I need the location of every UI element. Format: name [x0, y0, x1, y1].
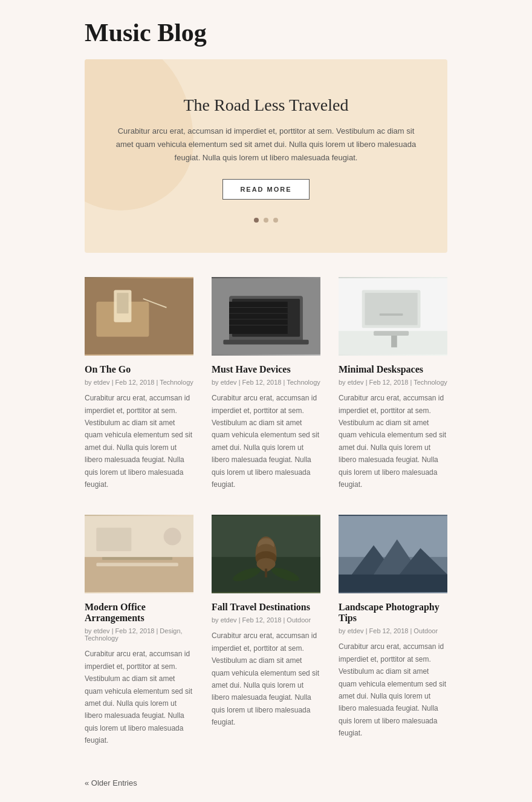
- blog-card-fall-travel: Fall Travel Destinations by etdev | Feb …: [212, 515, 320, 746]
- svg-rect-43: [339, 575, 447, 592]
- svg-rect-2: [114, 290, 131, 322]
- blog-card-must-have-devices: Must Have Devices by etdev | Feb 12, 201…: [212, 277, 320, 491]
- svg-rect-8: [223, 340, 308, 345]
- svg-rect-20: [380, 313, 403, 316]
- blog-card-on-the-go: On The Go by etdev | Feb 12, 2018 | Tech…: [85, 277, 193, 491]
- blog-card-landscape-photography: Landscape Photography Tips by etdev | Fe…: [339, 515, 447, 746]
- card-meta-must-have-devices: by etdev | Feb 12, 2018 | Technology: [212, 379, 320, 386]
- svg-rect-17: [365, 293, 418, 325]
- card-meta-landscape-photography: by etdev | Feb 12, 2018 | Outdoor: [339, 627, 447, 634]
- card-excerpt-modern-office: Curabitur arcu erat, accumsan id imperdi…: [85, 648, 193, 746]
- card-title-modern-office[interactable]: Modern Office Arrangements: [85, 602, 193, 624]
- card-image-must-have-devices: [212, 277, 320, 356]
- svg-rect-26: [96, 528, 131, 552]
- card-image-modern-office: [85, 515, 193, 593]
- svg-rect-0: [85, 278, 193, 354]
- card-image-on-the-go: [85, 277, 193, 356]
- site-title: Music Blog: [85, 18, 447, 47]
- card-meta-fall-travel: by etdev | Feb 12, 2018 | Outdoor: [212, 616, 320, 624]
- svg-rect-23: [96, 563, 178, 567]
- card-image-minimal-deskspaces: [339, 277, 447, 356]
- card-excerpt-landscape-photography: Curabitur arcu erat, accumsan id imperdi…: [339, 641, 447, 739]
- card-title-minimal-deskspaces[interactable]: Minimal Deskspaces: [339, 364, 447, 375]
- card-excerpt-fall-travel: Curabitur arcu erat, accumsan id imperdi…: [212, 630, 320, 728]
- hero-content: The Road Less Traveled Curabitur arcu er…: [115, 96, 417, 200]
- blog-grid-row1: On The Go by etdev | Feb 12, 2018 | Tech…: [85, 277, 447, 491]
- card-excerpt-on-the-go: Curabitur arcu erat, accumsan id imperdi…: [85, 392, 193, 491]
- svg-point-27: [164, 528, 181, 546]
- hero-dot-2[interactable]: [264, 218, 268, 223]
- hero-text: Curabitur arcu erat, accumsan id imperdi…: [115, 125, 417, 165]
- svg-rect-9: [229, 302, 288, 334]
- card-meta-on-the-go: by etdev | Feb 12, 2018 | Technology: [85, 379, 193, 386]
- hero-dot-3[interactable]: [273, 218, 278, 223]
- card-image-landscape-photography: [339, 515, 447, 593]
- svg-rect-19: [391, 336, 397, 347]
- blog-grid-row2: Modern Office Arrangements by etdev | Fe…: [85, 515, 447, 746]
- svg-rect-18: [374, 331, 409, 336]
- pagination: « Older Entries: [85, 771, 447, 802]
- hero-title: The Road Less Traveled: [115, 96, 417, 115]
- card-title-on-the-go[interactable]: On The Go: [85, 364, 193, 375]
- svg-rect-1: [96, 302, 149, 337]
- older-entries-link[interactable]: « Older Entries: [85, 778, 137, 787]
- card-meta-modern-office: by etdev | Feb 12, 2018 | Design, Techno…: [85, 627, 193, 642]
- site-header: Music Blog: [0, 0, 532, 59]
- svg-rect-3: [117, 293, 128, 314]
- hero-dot-1[interactable]: [254, 218, 259, 223]
- svg-point-34: [257, 558, 276, 570]
- card-title-must-have-devices[interactable]: Must Have Devices: [212, 364, 320, 375]
- card-excerpt-minimal-deskspaces: Curabitur arcu erat, accumsan id imperdi…: [339, 392, 447, 491]
- hero-section: The Road Less Traveled Curabitur arcu er…: [85, 59, 447, 253]
- svg-rect-24: [102, 557, 172, 560]
- hero-read-more-button[interactable]: READ MORE: [222, 179, 309, 200]
- hero-dots: [254, 218, 278, 223]
- card-image-fall-travel: [212, 515, 320, 593]
- blog-grid-section: On The Go by etdev | Feb 12, 2018 | Tech…: [0, 277, 532, 802]
- svg-rect-35: [265, 569, 267, 578]
- card-title-fall-travel[interactable]: Fall Travel Destinations: [212, 602, 320, 613]
- card-title-landscape-photography[interactable]: Landscape Photography Tips: [339, 602, 447, 624]
- card-meta-minimal-deskspaces: by etdev | Feb 12, 2018 | Technology: [339, 379, 447, 386]
- card-excerpt-must-have-devices: Curabitur arcu erat, accumsan id imperdi…: [212, 392, 320, 491]
- blog-card-modern-office: Modern Office Arrangements by etdev | Fe…: [85, 515, 193, 746]
- blog-card-minimal-deskspaces: Minimal Deskspaces by etdev | Feb 12, 20…: [339, 277, 447, 491]
- svg-line-4: [143, 299, 167, 308]
- svg-rect-22: [85, 557, 193, 592]
